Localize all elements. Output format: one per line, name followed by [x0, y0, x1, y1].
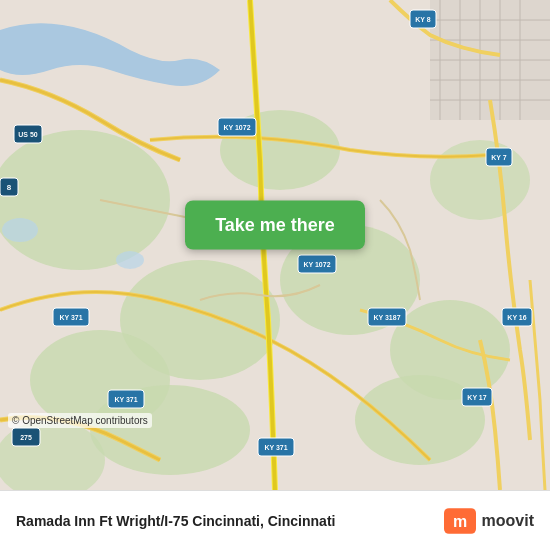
- svg-text:KY 371: KY 371: [114, 396, 137, 403]
- svg-text:KY 1072: KY 1072: [303, 261, 330, 268]
- svg-text:KY 8: KY 8: [415, 16, 431, 23]
- svg-text:KY 17: KY 17: [467, 394, 486, 401]
- attribution-text: © OpenStreetMap contributors: [12, 415, 148, 426]
- moovit-text: moovit: [482, 512, 534, 530]
- moovit-logo: m moovit: [444, 505, 534, 537]
- svg-point-12: [116, 251, 144, 269]
- svg-point-11: [2, 218, 38, 242]
- svg-text:m: m: [452, 512, 466, 529]
- svg-text:KY 3187: KY 3187: [373, 314, 400, 321]
- svg-point-7: [430, 140, 530, 220]
- osm-attribution: © OpenStreetMap contributors: [8, 413, 152, 428]
- svg-text:275: 275: [20, 434, 32, 441]
- take-me-there-button[interactable]: Take me there: [185, 201, 365, 250]
- svg-text:KY 16: KY 16: [507, 314, 526, 321]
- svg-text:8: 8: [7, 183, 12, 192]
- svg-text:US 50: US 50: [18, 131, 38, 138]
- svg-text:KY 7: KY 7: [491, 154, 507, 161]
- moovit-logo-icon: m: [444, 505, 476, 537]
- svg-text:KY 371: KY 371: [264, 444, 287, 451]
- svg-text:KY 1072: KY 1072: [223, 124, 250, 131]
- bottom-bar: Ramada Inn Ft Wright/I-75 Cincinnati, Ci…: [0, 490, 550, 550]
- place-name: Ramada Inn Ft Wright/I-75 Cincinnati, Ci…: [16, 513, 335, 529]
- svg-text:KY 371: KY 371: [59, 314, 82, 321]
- map-container: US 50 KY 8 KY 1072 KY 7 KY 371 KY 1072 K…: [0, 0, 550, 490]
